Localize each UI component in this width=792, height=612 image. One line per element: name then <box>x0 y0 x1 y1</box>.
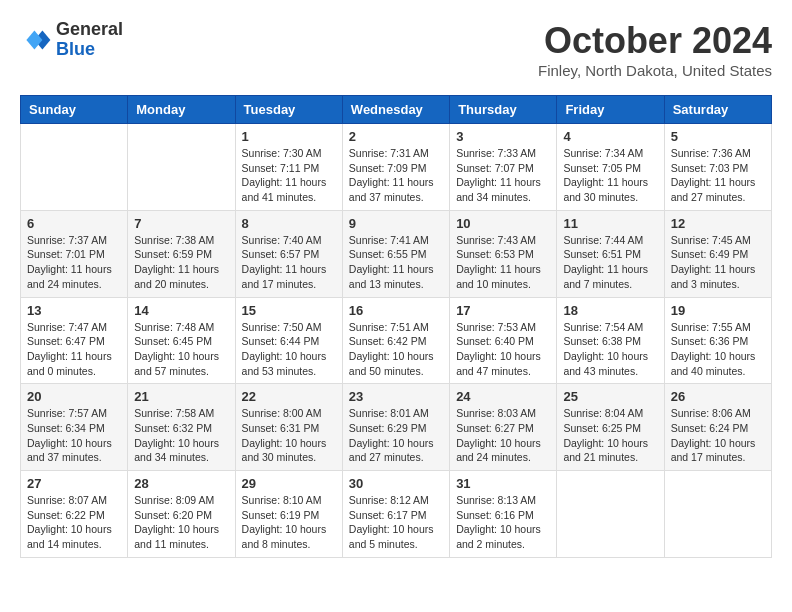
logo-text: General Blue <box>56 20 123 60</box>
calendar-cell: 31Sunrise: 8:13 AM Sunset: 6:16 PM Dayli… <box>450 471 557 558</box>
calendar-cell: 13Sunrise: 7:47 AM Sunset: 6:47 PM Dayli… <box>21 297 128 384</box>
calendar-cell: 16Sunrise: 7:51 AM Sunset: 6:42 PM Dayli… <box>342 297 449 384</box>
calendar-cell: 5Sunrise: 7:36 AM Sunset: 7:03 PM Daylig… <box>664 124 771 211</box>
calendar-cell: 1Sunrise: 7:30 AM Sunset: 7:11 PM Daylig… <box>235 124 342 211</box>
calendar-cell <box>21 124 128 211</box>
day-info: Sunrise: 8:01 AM Sunset: 6:29 PM Dayligh… <box>349 406 443 465</box>
day-info: Sunrise: 7:31 AM Sunset: 7:09 PM Dayligh… <box>349 146 443 205</box>
calendar-week-row: 1Sunrise: 7:30 AM Sunset: 7:11 PM Daylig… <box>21 124 772 211</box>
day-info: Sunrise: 8:07 AM Sunset: 6:22 PM Dayligh… <box>27 493 121 552</box>
day-number: 16 <box>349 303 443 318</box>
month-year-title: October 2024 <box>538 20 772 62</box>
calendar-week-row: 20Sunrise: 7:57 AM Sunset: 6:34 PM Dayli… <box>21 384 772 471</box>
logo-blue-text: Blue <box>56 40 123 60</box>
day-info: Sunrise: 7:54 AM Sunset: 6:38 PM Dayligh… <box>563 320 657 379</box>
calendar-cell: 28Sunrise: 8:09 AM Sunset: 6:20 PM Dayli… <box>128 471 235 558</box>
calendar-cell: 11Sunrise: 7:44 AM Sunset: 6:51 PM Dayli… <box>557 210 664 297</box>
day-number: 11 <box>563 216 657 231</box>
title-block: October 2024 Finley, North Dakota, Unite… <box>538 20 772 79</box>
calendar-cell: 4Sunrise: 7:34 AM Sunset: 7:05 PM Daylig… <box>557 124 664 211</box>
day-of-week-header: Friday <box>557 96 664 124</box>
logo-icon <box>20 24 52 56</box>
day-number: 17 <box>456 303 550 318</box>
day-of-week-header: Sunday <box>21 96 128 124</box>
day-info: Sunrise: 7:58 AM Sunset: 6:32 PM Dayligh… <box>134 406 228 465</box>
day-number: 15 <box>242 303 336 318</box>
calendar-cell: 3Sunrise: 7:33 AM Sunset: 7:07 PM Daylig… <box>450 124 557 211</box>
calendar-cell: 27Sunrise: 8:07 AM Sunset: 6:22 PM Dayli… <box>21 471 128 558</box>
day-number: 14 <box>134 303 228 318</box>
day-info: Sunrise: 7:47 AM Sunset: 6:47 PM Dayligh… <box>27 320 121 379</box>
day-number: 3 <box>456 129 550 144</box>
calendar-cell: 2Sunrise: 7:31 AM Sunset: 7:09 PM Daylig… <box>342 124 449 211</box>
day-info: Sunrise: 7:40 AM Sunset: 6:57 PM Dayligh… <box>242 233 336 292</box>
calendar-cell: 7Sunrise: 7:38 AM Sunset: 6:59 PM Daylig… <box>128 210 235 297</box>
day-number: 30 <box>349 476 443 491</box>
calendar-cell <box>128 124 235 211</box>
calendar-cell: 15Sunrise: 7:50 AM Sunset: 6:44 PM Dayli… <box>235 297 342 384</box>
calendar-cell: 9Sunrise: 7:41 AM Sunset: 6:55 PM Daylig… <box>342 210 449 297</box>
day-number: 28 <box>134 476 228 491</box>
day-number: 23 <box>349 389 443 404</box>
day-number: 24 <box>456 389 550 404</box>
calendar-cell: 25Sunrise: 8:04 AM Sunset: 6:25 PM Dayli… <box>557 384 664 471</box>
day-info: Sunrise: 7:36 AM Sunset: 7:03 PM Dayligh… <box>671 146 765 205</box>
day-number: 22 <box>242 389 336 404</box>
day-info: Sunrise: 8:04 AM Sunset: 6:25 PM Dayligh… <box>563 406 657 465</box>
calendar-cell: 26Sunrise: 8:06 AM Sunset: 6:24 PM Dayli… <box>664 384 771 471</box>
day-number: 19 <box>671 303 765 318</box>
day-info: Sunrise: 7:37 AM Sunset: 7:01 PM Dayligh… <box>27 233 121 292</box>
day-info: Sunrise: 8:00 AM Sunset: 6:31 PM Dayligh… <box>242 406 336 465</box>
day-info: Sunrise: 7:50 AM Sunset: 6:44 PM Dayligh… <box>242 320 336 379</box>
calendar-cell: 21Sunrise: 7:58 AM Sunset: 6:32 PM Dayli… <box>128 384 235 471</box>
day-info: Sunrise: 8:13 AM Sunset: 6:16 PM Dayligh… <box>456 493 550 552</box>
day-info: Sunrise: 8:06 AM Sunset: 6:24 PM Dayligh… <box>671 406 765 465</box>
day-of-week-header: Tuesday <box>235 96 342 124</box>
day-of-week-header: Wednesday <box>342 96 449 124</box>
day-info: Sunrise: 7:33 AM Sunset: 7:07 PM Dayligh… <box>456 146 550 205</box>
day-info: Sunrise: 7:38 AM Sunset: 6:59 PM Dayligh… <box>134 233 228 292</box>
day-info: Sunrise: 8:03 AM Sunset: 6:27 PM Dayligh… <box>456 406 550 465</box>
logo: General Blue <box>20 20 123 60</box>
day-number: 13 <box>27 303 121 318</box>
calendar-cell: 19Sunrise: 7:55 AM Sunset: 6:36 PM Dayli… <box>664 297 771 384</box>
day-number: 7 <box>134 216 228 231</box>
calendar-cell: 6Sunrise: 7:37 AM Sunset: 7:01 PM Daylig… <box>21 210 128 297</box>
calendar-cell: 29Sunrise: 8:10 AM Sunset: 6:19 PM Dayli… <box>235 471 342 558</box>
day-number: 26 <box>671 389 765 404</box>
day-info: Sunrise: 7:51 AM Sunset: 6:42 PM Dayligh… <box>349 320 443 379</box>
day-number: 21 <box>134 389 228 404</box>
day-number: 9 <box>349 216 443 231</box>
calendar-cell: 30Sunrise: 8:12 AM Sunset: 6:17 PM Dayli… <box>342 471 449 558</box>
day-number: 27 <box>27 476 121 491</box>
day-number: 25 <box>563 389 657 404</box>
day-info: Sunrise: 7:41 AM Sunset: 6:55 PM Dayligh… <box>349 233 443 292</box>
calendar-cell: 10Sunrise: 7:43 AM Sunset: 6:53 PM Dayli… <box>450 210 557 297</box>
day-number: 2 <box>349 129 443 144</box>
day-number: 20 <box>27 389 121 404</box>
calendar-week-row: 13Sunrise: 7:47 AM Sunset: 6:47 PM Dayli… <box>21 297 772 384</box>
calendar-cell: 20Sunrise: 7:57 AM Sunset: 6:34 PM Dayli… <box>21 384 128 471</box>
calendar-cell: 24Sunrise: 8:03 AM Sunset: 6:27 PM Dayli… <box>450 384 557 471</box>
day-number: 12 <box>671 216 765 231</box>
day-info: Sunrise: 7:43 AM Sunset: 6:53 PM Dayligh… <box>456 233 550 292</box>
day-number: 10 <box>456 216 550 231</box>
calendar-cell: 23Sunrise: 8:01 AM Sunset: 6:29 PM Dayli… <box>342 384 449 471</box>
calendar-week-row: 27Sunrise: 8:07 AM Sunset: 6:22 PM Dayli… <box>21 471 772 558</box>
day-info: Sunrise: 7:30 AM Sunset: 7:11 PM Dayligh… <box>242 146 336 205</box>
logo-general-text: General <box>56 20 123 40</box>
day-of-week-header: Monday <box>128 96 235 124</box>
day-info: Sunrise: 8:12 AM Sunset: 6:17 PM Dayligh… <box>349 493 443 552</box>
calendar-cell: 18Sunrise: 7:54 AM Sunset: 6:38 PM Dayli… <box>557 297 664 384</box>
day-info: Sunrise: 7:57 AM Sunset: 6:34 PM Dayligh… <box>27 406 121 465</box>
day-info: Sunrise: 7:53 AM Sunset: 6:40 PM Dayligh… <box>456 320 550 379</box>
day-number: 29 <box>242 476 336 491</box>
day-number: 1 <box>242 129 336 144</box>
day-number: 8 <box>242 216 336 231</box>
day-of-week-header: Thursday <box>450 96 557 124</box>
calendar-cell <box>557 471 664 558</box>
day-number: 31 <box>456 476 550 491</box>
calendar-cell: 12Sunrise: 7:45 AM Sunset: 6:49 PM Dayli… <box>664 210 771 297</box>
calendar-cell: 8Sunrise: 7:40 AM Sunset: 6:57 PM Daylig… <box>235 210 342 297</box>
day-info: Sunrise: 7:55 AM Sunset: 6:36 PM Dayligh… <box>671 320 765 379</box>
